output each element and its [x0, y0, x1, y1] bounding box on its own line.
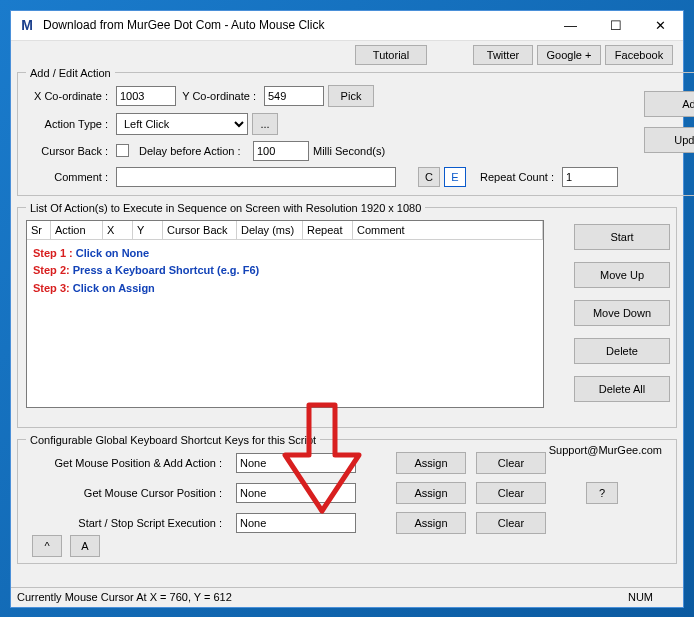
- a-button[interactable]: A: [70, 535, 100, 557]
- minimize-button[interactable]: —: [548, 11, 593, 40]
- action-type-select[interactable]: Left Click: [116, 113, 248, 135]
- col-comment[interactable]: Comment: [353, 221, 543, 239]
- delay-label: Delay before Action :: [139, 145, 249, 157]
- add-edit-group: Add / Edit Action X Co-ordinate : Y Co-o…: [17, 67, 694, 196]
- status-text: Currently Mouse Cursor At X = 760, Y = 6…: [17, 591, 232, 603]
- move-up-button[interactable]: Move Up: [574, 262, 670, 288]
- google-button[interactable]: Google +: [537, 45, 601, 65]
- comment-label: Comment :: [26, 171, 112, 183]
- shortcut-input-2[interactable]: [236, 513, 356, 533]
- update-button[interactable]: Update: [644, 127, 694, 153]
- add-edit-legend: Add / Edit Action: [26, 67, 115, 79]
- clear-button-2[interactable]: Clear: [476, 512, 546, 534]
- x-coord-label: X Co-ordinate :: [26, 90, 112, 102]
- c-button[interactable]: C: [418, 167, 440, 187]
- window-title: Download from MurGee Dot Com - Auto Mous…: [43, 18, 548, 32]
- col-y[interactable]: Y: [133, 221, 163, 239]
- caret-button[interactable]: ^: [32, 535, 62, 557]
- col-x[interactable]: X: [103, 221, 133, 239]
- shortcut-label-1: Get Mouse Cursor Position :: [26, 487, 226, 499]
- action-table[interactable]: Sr Action X Y Cursor Back Delay (ms) Rep…: [26, 220, 544, 408]
- assign-button-0[interactable]: Assign: [396, 452, 466, 474]
- col-action[interactable]: Action: [51, 221, 103, 239]
- cursor-back-checkbox[interactable]: [116, 144, 129, 157]
- assign-button-2[interactable]: Assign: [396, 512, 466, 534]
- x-coord-input[interactable]: [116, 86, 176, 106]
- facebook-button[interactable]: Facebook: [605, 45, 673, 65]
- maximize-button[interactable]: ☐: [593, 11, 638, 40]
- top-strip: Tutorial Twitter Google + Facebook: [331, 45, 673, 65]
- close-button[interactable]: ✕: [638, 11, 683, 40]
- action-table-header: Sr Action X Y Cursor Back Delay (ms) Rep…: [27, 221, 543, 240]
- move-down-button[interactable]: Move Down: [574, 300, 670, 326]
- col-repeat[interactable]: Repeat: [303, 221, 353, 239]
- ms-label: Milli Second(s): [313, 145, 389, 157]
- client-area: Tutorial Twitter Google + Facebook Add /…: [11, 41, 683, 587]
- titlebar: M Download from MurGee Dot Com - Auto Mo…: [11, 11, 683, 41]
- status-num: NUM: [628, 591, 677, 603]
- delete-button[interactable]: Delete: [574, 338, 670, 364]
- shortcut-label-2: Start / Stop Script Execution :: [26, 517, 226, 529]
- repeat-count-label: Repeat Count :: [470, 171, 558, 183]
- action-list-legend: List Of Action(s) to Execute in Sequence…: [26, 202, 425, 214]
- action-list-group: List Of Action(s) to Execute in Sequence…: [17, 202, 677, 428]
- action-type-more-button[interactable]: ...: [252, 113, 278, 135]
- app-window: M Download from MurGee Dot Com - Auto Mo…: [10, 10, 684, 608]
- comment-input[interactable]: [116, 167, 396, 187]
- add-button[interactable]: Add: [644, 91, 694, 117]
- repeat-count-input[interactable]: [562, 167, 618, 187]
- shortcut-input-0[interactable]: [236, 453, 356, 473]
- action-type-label: Action Type :: [26, 118, 112, 130]
- shortcut-input-1[interactable]: [236, 483, 356, 503]
- delay-input[interactable]: [253, 141, 309, 161]
- clear-button-0[interactable]: Clear: [476, 452, 546, 474]
- twitter-button[interactable]: Twitter: [473, 45, 533, 65]
- tutorial-button[interactable]: Tutorial: [355, 45, 427, 65]
- cursor-back-label: Cursor Back :: [26, 145, 112, 157]
- instruction-overlay: Step 1 : Click on None Step 2: Press a K…: [33, 245, 537, 298]
- shortcut-label-0: Get Mouse Position & Add Action :: [26, 457, 226, 469]
- clear-button-1[interactable]: Clear: [476, 482, 546, 504]
- col-cursor-back[interactable]: Cursor Back: [163, 221, 237, 239]
- col-delay[interactable]: Delay (ms): [237, 221, 303, 239]
- delete-all-button[interactable]: Delete All: [574, 376, 670, 402]
- shortcut-group: Configurable Global Keyboard Shortcut Ke…: [17, 434, 677, 564]
- help-button[interactable]: ?: [586, 482, 618, 504]
- e-button[interactable]: E: [444, 167, 466, 187]
- assign-button-1[interactable]: Assign: [396, 482, 466, 504]
- shortcut-legend: Configurable Global Keyboard Shortcut Ke…: [26, 434, 320, 446]
- start-button[interactable]: Start: [574, 224, 670, 250]
- y-coord-input[interactable]: [264, 86, 324, 106]
- app-icon: M: [19, 17, 35, 33]
- pick-button[interactable]: Pick: [328, 85, 374, 107]
- status-bar: Currently Mouse Cursor At X = 760, Y = 6…: [11, 587, 683, 607]
- support-email: Support@MurGee.com: [549, 444, 662, 456]
- col-sr[interactable]: Sr: [27, 221, 51, 239]
- y-coord-label: Y Co-ordinate :: [180, 90, 260, 102]
